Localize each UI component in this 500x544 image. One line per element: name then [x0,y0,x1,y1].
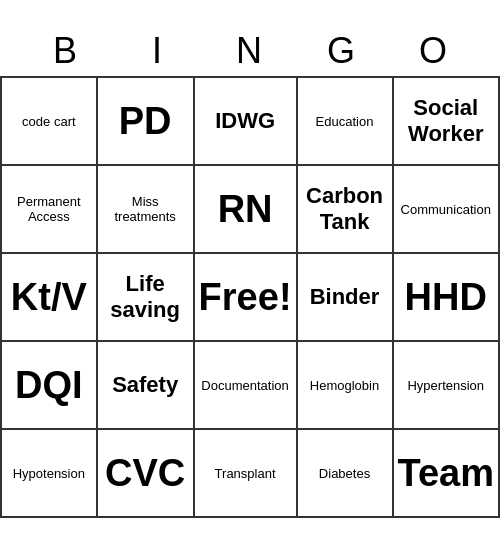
bingo-header: BINGO [20,26,480,76]
cell-2-4: HHD [393,253,499,341]
header-letter-N: N [204,26,296,76]
cell-0-4: Social Worker [393,77,499,165]
cell-3-0: DQI [1,341,97,429]
cell-3-1: Safety [97,341,194,429]
cell-0-3: Education [297,77,393,165]
cell-4-0: Hypotension [1,429,97,517]
grid-row-0: code cartPDIDWGEducationSocial Worker [1,77,499,165]
cell-1-0: Permanent Access [1,165,97,253]
cell-0-2: IDWG [194,77,297,165]
cell-0-0: code cart [1,77,97,165]
cell-4-4: Team [393,429,499,517]
header-letter-B: B [20,26,112,76]
cell-3-3: Hemoglobin [297,341,393,429]
grid-row-1: Permanent AccessMiss treatmentsRNCarbon … [1,165,499,253]
cell-2-2: Free! [194,253,297,341]
header-letter-I: I [112,26,204,76]
header-letter-O: O [388,26,480,76]
cell-1-3: Carbon Tank [297,165,393,253]
cell-0-1: PD [97,77,194,165]
cell-1-4: Communication [393,165,499,253]
grid-row-4: HypotensionCVCTransplantDiabetesTeam [1,429,499,517]
cell-3-4: Hypertension [393,341,499,429]
cell-4-2: Transplant [194,429,297,517]
bingo-grid: code cartPDIDWGEducationSocial WorkerPer… [0,76,500,518]
grid-row-3: DQISafetyDocumentationHemoglobinHyperten… [1,341,499,429]
cell-1-1: Miss treatments [97,165,194,253]
cell-1-2: RN [194,165,297,253]
cell-4-3: Diabetes [297,429,393,517]
cell-2-1: Life saving [97,253,194,341]
cell-2-0: Kt/V [1,253,97,341]
cell-3-2: Documentation [194,341,297,429]
cell-2-3: Binder [297,253,393,341]
cell-4-1: CVC [97,429,194,517]
grid-row-2: Kt/VLife savingFree!BinderHHD [1,253,499,341]
header-letter-G: G [296,26,388,76]
